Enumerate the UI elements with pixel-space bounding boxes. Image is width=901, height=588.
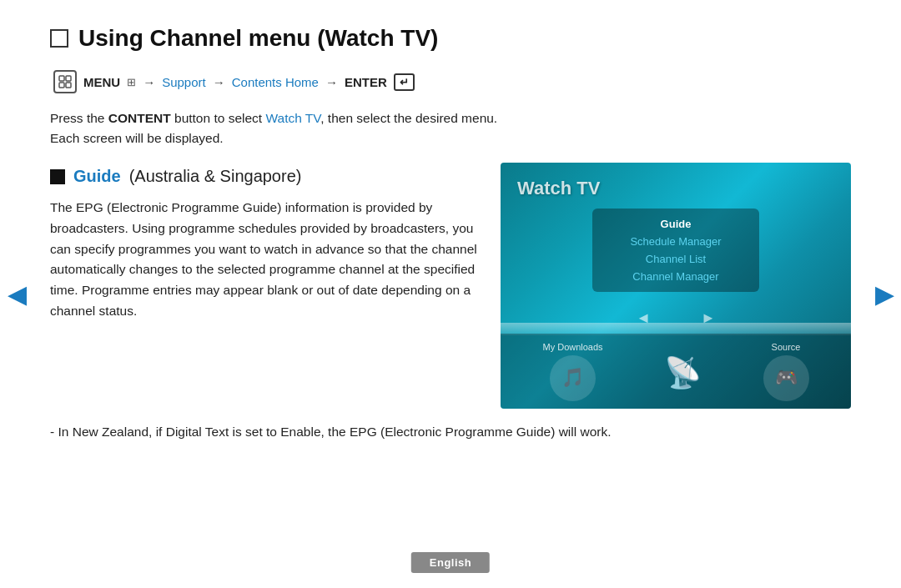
bullet-square [50, 169, 65, 184]
bottom-bar: My Downloads 🎵 📡 Source 🎮 [501, 334, 851, 409]
page-title-container: Using Channel menu (Watch TV) [50, 25, 851, 52]
svg-rect-2 [59, 83, 64, 88]
svg-rect-1 [66, 76, 71, 81]
arrow-1: → [143, 75, 155, 89]
footer: English [411, 552, 490, 573]
watch-tv-bg: Watch TV Guide Schedule Manager Channel … [501, 163, 851, 409]
page-title: Using Channel menu (Watch TV) [78, 25, 438, 52]
menu-item-channel-list: Channel List [617, 250, 734, 268]
watch-tv-image: Watch TV Guide Schedule Manager Channel … [501, 163, 851, 409]
menu-item-channel-manager: Channel Manager [617, 268, 734, 285]
satellite-icon: 📡 [654, 348, 712, 398]
menu-icon [53, 70, 77, 93]
nav-arrow-right[interactable]: ▶ [872, 274, 897, 315]
content-area: Guide (Australia & Singapore) The EPG (E… [50, 167, 851, 409]
menu-item-guide: Guide [617, 215, 734, 233]
enter-icon: ↵ [394, 73, 415, 91]
menu-label: MENU [83, 75, 120, 89]
menu-support: Support [162, 75, 206, 89]
menu-item-schedule: Schedule Manager [617, 233, 734, 250]
guide-body: The EPG (Electronic Programme Guide) inf… [50, 198, 484, 322]
note-text: - In New Zealand, if Digital Text is set… [50, 422, 851, 443]
source-label: Source [772, 342, 801, 352]
bottom-item-downloads: My Downloads 🎵 [542, 342, 602, 401]
watch-tv-link: Watch TV [265, 111, 320, 125]
guide-heading: Guide (Australia & Singapore) [50, 167, 484, 186]
checkbox-icon [50, 29, 68, 48]
nav-arrows-row: ◄ ► [636, 309, 716, 327]
content-bold: CONTENT [108, 111, 171, 125]
source-icon: 🎮 [763, 355, 809, 401]
additional-text: - In New Zealand, if Digital Text is set… [50, 422, 851, 443]
enter-label: ENTER [345, 75, 387, 89]
menu-contents-home: Contents Home [232, 75, 319, 89]
menu-path: MENU ⊞ → Support → Contents Home → ENTER… [50, 70, 851, 93]
menu-grid-icon: ⊞ [127, 76, 136, 88]
english-button[interactable]: English [411, 552, 490, 573]
left-chevron-small: ◄ [636, 309, 651, 327]
bottom-item-source: Source 🎮 [763, 342, 809, 401]
arrow-3: → [325, 75, 338, 89]
nav-arrow-left[interactable]: ◀ [4, 274, 29, 315]
guide-subtitle: (Australia & Singapore) [129, 167, 302, 186]
downloads-label: My Downloads [542, 342, 602, 352]
svg-rect-3 [66, 83, 71, 88]
bottom-item-satellite: 📡 [654, 344, 712, 398]
downloads-icon: 🎵 [550, 355, 596, 401]
guide-title: Guide [73, 167, 121, 186]
right-chevron-small: ► [701, 309, 716, 327]
menu-panel: Guide Schedule Manager Channel List Chan… [592, 209, 759, 292]
left-content: Guide (Australia & Singapore) The EPG (E… [50, 167, 484, 322]
description-text: Press the CONTENT button to select Watch… [50, 108, 851, 148]
svg-rect-0 [59, 76, 64, 81]
arrow-2: → [213, 75, 225, 89]
watch-tv-title: Watch TV [517, 178, 600, 199]
